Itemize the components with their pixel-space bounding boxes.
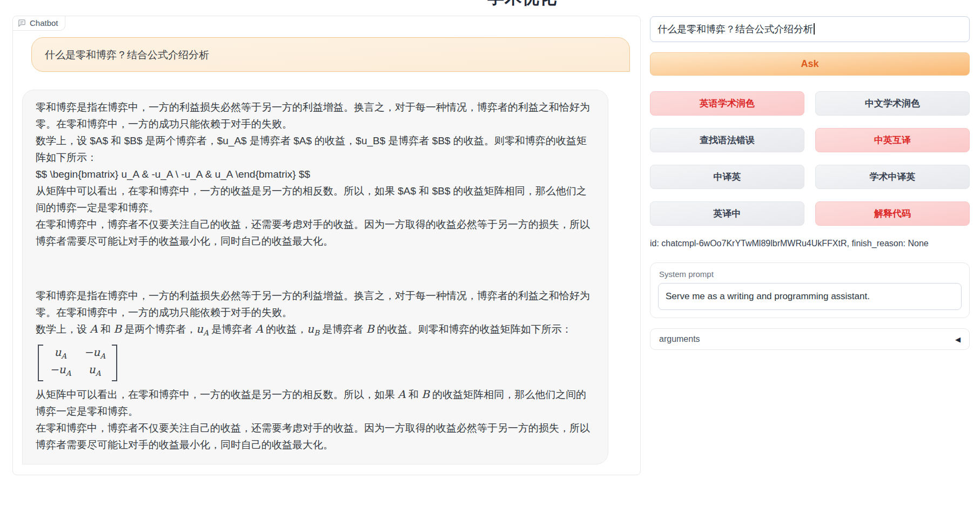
system-prompt-label: System prompt: [658, 268, 962, 283]
system-prompt-value: Serve me as a writing and programming as…: [666, 291, 870, 301]
system-prompt-group: System prompt Serve me as a writing and …: [650, 262, 970, 318]
bot-message: 零和博弈是指在博弈中，一方的利益损失必然等于另一方的利益增益。换言之，对于每一种…: [22, 90, 608, 464]
prompt-button-6[interactable]: 学术中译英: [815, 165, 970, 189]
chatbot-label: Chatbot: [13, 16, 65, 31]
rendered-line-3: 从矩阵中可以看出，在零和博弈中，一方的收益是另一方的相反数。所以，如果 A 和 …: [36, 386, 595, 420]
prompt-button-2[interactable]: 中文学术润色: [815, 91, 970, 116]
chatbot-label-text: Chatbot: [30, 18, 58, 28]
bot-message-gap: [36, 250, 595, 287]
arguments-accordion[interactable]: arguments ◀: [650, 328, 970, 350]
user-message: 什么是零和博弈？结合公式介绍分析: [31, 37, 630, 72]
bot-message-raw-text: 零和博弈是指在博弈中，一方的利益损失必然等于另一方的利益增益。换言之，对于每一种…: [36, 99, 595, 250]
status-line: id: chatcmpl-6wOo7KrYTwMl89lbrMWRu4UkFFX…: [650, 239, 970, 248]
prompt-button-5[interactable]: 中译英: [650, 165, 804, 189]
prompt-button-7[interactable]: 英译中: [650, 201, 804, 226]
chatbot-panel: Chatbot 什么是零和博弈？结合公式介绍分析 零和博弈是指在博弈中，一方的利…: [12, 16, 641, 475]
payoff-matrix: uA−uA−uAuA: [38, 345, 117, 381]
user-message-text: 什么是零和博弈？结合公式介绍分析: [45, 46, 209, 63]
matrix-cells: uA−uA−uAuA: [43, 345, 112, 381]
prompt-button-3[interactable]: 查找语法错误: [650, 128, 804, 152]
rendered-line-2: 数学上，设 A 和 B 是两个博弈者，uA 是博弈者 A 的收益，uB 是博弈者…: [36, 321, 595, 341]
question-input-value: 什么是零和博弈？结合公式介绍分析: [657, 24, 813, 35]
control-column: 什么是零和博弈？结合公式介绍分析 Ask 英语学术润色中文学术润色查找语法错误中…: [650, 16, 970, 350]
text-cursor: [814, 23, 815, 35]
chat-bubble-icon: [18, 19, 26, 27]
question-input[interactable]: 什么是零和博弈？结合公式介绍分析: [650, 16, 970, 42]
matrix-right-bracket: [112, 345, 117, 381]
arguments-accordion-label: arguments: [659, 334, 700, 344]
prompt-button-grid: 英语学术润色中文学术润色查找语法错误中英互译中译英学术中译英英译中解释代码: [650, 91, 970, 226]
main-layout: Chatbot 什么是零和博弈？结合公式介绍分析 零和博弈是指在博弈中，一方的利…: [0, 0, 980, 475]
page-title: 学术优化: [487, 0, 628, 6]
prompt-button-8[interactable]: 解释代码: [815, 201, 970, 226]
bot-message-rendered-text: 零和博弈是指在博弈中，一方的利益损失必然等于另一方的利益增益。换言之，对于每一种…: [36, 287, 595, 453]
ask-button[interactable]: Ask: [650, 52, 970, 76]
rendered-line-4: 在零和博弈中，博弈者不仅要关注自己的收益，还需要考虑对手的收益。因为一方取得的收…: [36, 420, 595, 453]
prompt-button-4[interactable]: 中英互译: [815, 128, 970, 152]
page-title-text: 学术优化: [487, 0, 628, 6]
prompt-button-1[interactable]: 英语学术润色: [650, 91, 804, 116]
chat-messages: 什么是零和博弈？结合公式介绍分析 零和博弈是指在博弈中，一方的利益损失必然等于另…: [13, 16, 640, 464]
system-prompt-input[interactable]: Serve me as a writing and programming as…: [658, 283, 962, 310]
rendered-line-1: 零和博弈是指在博弈中，一方的利益损失必然等于另一方的利益增益。换言之，对于每一种…: [36, 287, 595, 321]
matrix-left-bracket: [38, 345, 43, 381]
accordion-collapse-icon: ◀: [955, 335, 961, 343]
